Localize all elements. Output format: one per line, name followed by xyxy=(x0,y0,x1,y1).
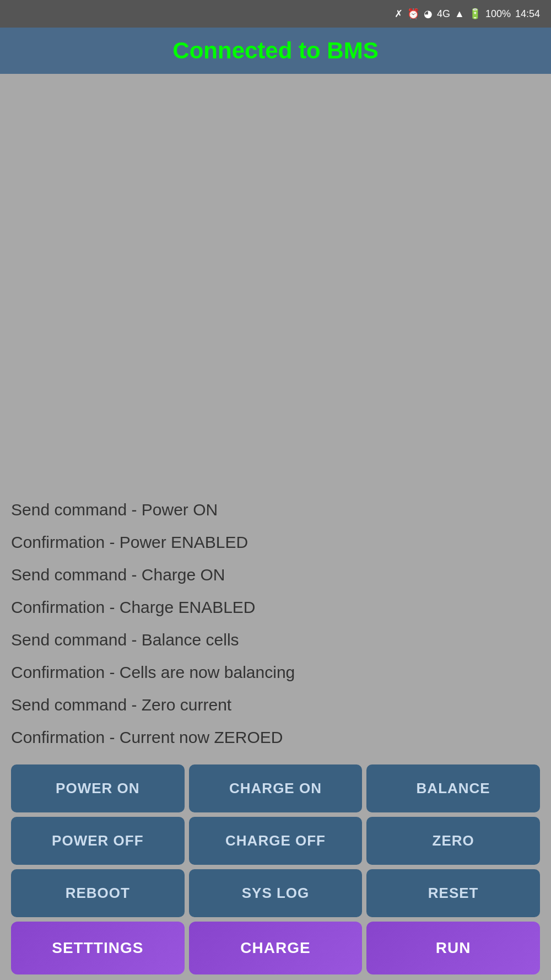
balance-button[interactable]: BALANCE xyxy=(366,764,540,812)
reboot-button[interactable]: REBOOT xyxy=(11,869,185,917)
zero-button[interactable]: ZERO xyxy=(366,817,540,865)
run-button[interactable]: RUN xyxy=(366,922,540,974)
battery-percent: 100% xyxy=(485,8,511,20)
button-grid-row1: POWER ON CHARGE ON BALANCE xyxy=(11,764,540,812)
log-area: Send command - Power ON Confirmation - P… xyxy=(11,85,540,764)
bluetooth-icon: ✗ xyxy=(395,8,403,20)
log-entry-6: Confirmation - Cells are now balancing xyxy=(11,656,540,688)
clock: 14:54 xyxy=(515,8,540,20)
charge-off-button[interactable]: CHARGE OFF xyxy=(189,817,363,865)
log-entry-7: Send command - Zero current xyxy=(11,688,540,721)
battery-icon: 🔋 xyxy=(469,8,481,20)
status-icons: ✗ ⏰ ◕ 4G ▲ 🔋 100% 14:54 xyxy=(395,8,540,20)
log-entry-1: Send command - Power ON xyxy=(11,493,540,526)
wifi-icon: ◕ xyxy=(424,8,433,20)
log-entry-2: Confirmation - Power ENABLED xyxy=(11,526,540,558)
log-entry-5: Send command - Balance cells xyxy=(11,623,540,656)
charge-button[interactable]: CHARGE xyxy=(189,922,363,974)
log-entry-4: Confirmation - Charge ENABLED xyxy=(11,591,540,623)
sys-log-button[interactable]: SYS LOG xyxy=(189,869,363,917)
alarm-icon: ⏰ xyxy=(407,8,419,20)
main-content: Send command - Power ON Confirmation - P… xyxy=(0,74,551,980)
charge-on-button[interactable]: CHARGE ON xyxy=(189,764,363,812)
power-off-button[interactable]: POWER OFF xyxy=(11,817,185,865)
button-grid-row3: REBOOT SYS LOG RESET xyxy=(11,869,540,917)
settings-button[interactable]: SETTTINGS xyxy=(11,922,185,974)
signal-bars-icon: ▲ xyxy=(455,8,464,20)
power-on-button[interactable]: POWER ON xyxy=(11,764,185,812)
log-entry-8: Confirmation - Current now ZEROED xyxy=(11,721,540,753)
button-grid-row2: POWER OFF CHARGE OFF ZERO xyxy=(11,817,540,865)
signal-label: 4G xyxy=(437,8,450,20)
connection-status-title: Connected to BMS xyxy=(172,37,378,63)
reset-button[interactable]: RESET xyxy=(366,869,540,917)
status-bar: ✗ ⏰ ◕ 4G ▲ 🔋 100% 14:54 xyxy=(0,0,551,28)
app-header: Connected to BMS xyxy=(0,28,551,74)
bottom-action-bar: SETTTINGS CHARGE RUN xyxy=(11,922,540,980)
log-entry-3: Send command - Charge ON xyxy=(11,558,540,591)
